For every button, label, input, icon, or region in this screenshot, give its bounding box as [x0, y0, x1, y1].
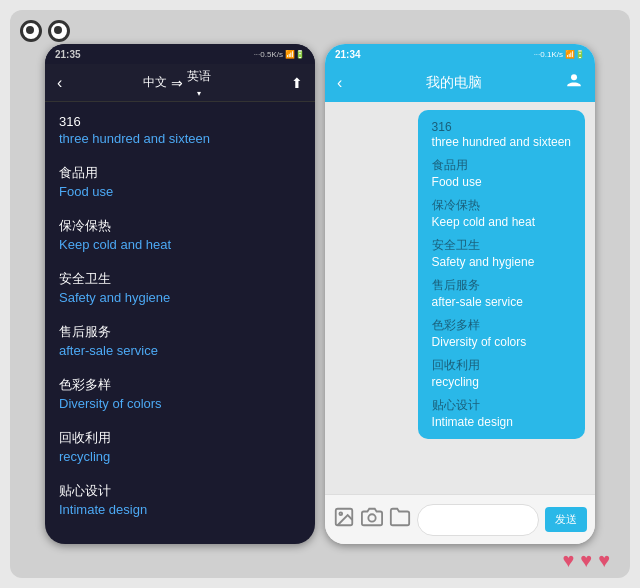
folder-icon[interactable]	[389, 506, 411, 533]
bubble-en: Safety and hygiene	[432, 255, 571, 269]
image-icon[interactable]	[333, 506, 355, 533]
left-entry: 保冷保热 Keep cold and heat	[59, 217, 301, 252]
bubble-en: three hundred and sixteen	[432, 135, 571, 149]
left-entry: 色彩多样 Diversity of colors	[59, 376, 301, 411]
entry-english: recycling	[59, 449, 301, 464]
left-back-button[interactable]: ‹	[57, 74, 62, 92]
left-entry: 食品用 Food use	[59, 164, 301, 199]
right-back-button[interactable]: ‹	[337, 74, 342, 92]
send-button[interactable]: 发送	[545, 507, 587, 532]
left-entry: 316 three hundred and sixteen	[59, 114, 301, 146]
heart-3: ♥	[598, 549, 610, 572]
bubble-cn: 食品用	[432, 157, 571, 174]
left-status-bar: 21:35 ···0.5K/s 📶🔋	[45, 44, 315, 64]
bubble-en: Diversity of colors	[432, 335, 571, 349]
outer-frame: 21:35 ···0.5K/s 📶🔋 ‹ 中文 ⇒ 英语 ▾ ⬆	[10, 10, 630, 578]
right-status-icons: ···0.1K/s 📶🔋	[534, 50, 585, 59]
decoration-eyes	[20, 20, 70, 42]
translate-arrow: ⇒	[171, 75, 183, 91]
left-entry: 安全卫生 Safety and hygiene	[59, 270, 301, 305]
right-time: 21:34	[335, 49, 361, 60]
target-lang: 英语	[187, 68, 211, 85]
message-input[interactable]	[417, 504, 539, 536]
bubble-entry: 售后服务 after-sale service	[432, 277, 571, 309]
entry-english: three hundred and sixteen	[59, 131, 301, 146]
camera-icon[interactable]	[361, 506, 383, 533]
right-speed: ···0.1K/s	[534, 50, 563, 59]
entry-english: Intimate design	[59, 502, 301, 517]
right-signal-icons: 📶🔋	[565, 50, 585, 59]
bubble-cn: 316	[432, 120, 571, 134]
right-bubble-entries: 316 three hundred and sixteen 食品用 Food u…	[432, 120, 571, 429]
entry-english: after-sale service	[59, 343, 301, 358]
left-nav-bar: ‹ 中文 ⇒ 英语 ▾ ⬆	[45, 64, 315, 102]
heart-1: ♥	[562, 549, 574, 572]
entry-chinese: 316	[59, 114, 301, 129]
bubble-en: recycling	[432, 375, 571, 389]
translate-direction: 中文 ⇒ 英语 ▾	[143, 68, 211, 98]
phones-row: 21:35 ···0.5K/s 📶🔋 ‹ 中文 ⇒ 英语 ▾ ⬆	[20, 20, 620, 568]
bubble-entry: 316 three hundred and sixteen	[432, 120, 571, 149]
bubble-cn: 售后服务	[432, 277, 571, 294]
source-lang: 中文	[143, 74, 167, 91]
bubble-cn: 贴心设计	[432, 397, 571, 414]
bubble-en: Intimate design	[432, 415, 571, 429]
svg-point-3	[368, 514, 375, 521]
bubble-en: after-sale service	[432, 295, 571, 309]
left-status-icons: ···0.5K/s 📶🔋	[254, 50, 305, 59]
right-phone: 21:34 ···0.1K/s 📶🔋 ‹ 我的电脑	[325, 44, 595, 544]
left-phone: 21:35 ···0.5K/s 📶🔋 ‹ 中文 ⇒ 英语 ▾ ⬆	[45, 44, 315, 544]
entry-chinese: 安全卫生	[59, 270, 301, 288]
bubble-entry: 安全卫生 Safety and hygiene	[432, 237, 571, 269]
bubble-en: Keep cold and heat	[432, 215, 571, 229]
entry-chinese: 色彩多样	[59, 376, 301, 394]
entry-chinese: 食品用	[59, 164, 301, 182]
entry-english: Safety and hygiene	[59, 290, 301, 305]
bubble-entry: 食品用 Food use	[432, 157, 571, 189]
export-icon[interactable]: ⬆	[291, 75, 303, 91]
left-speed: ···0.5K/s	[254, 50, 283, 59]
input-bar: 发送	[325, 494, 595, 544]
left-signal-icons: 📶🔋	[285, 50, 305, 59]
bubble-cn: 安全卫生	[432, 237, 571, 254]
right-nav-bar: ‹ 我的电脑	[325, 64, 595, 102]
bubble-entry: 回收利用 recycling	[432, 357, 571, 389]
eye-left	[20, 20, 42, 42]
svg-point-2	[339, 512, 342, 515]
bubble-entry: 保冷保热 Keep cold and heat	[432, 197, 571, 229]
bubble-entry: 色彩多样 Diversity of colors	[432, 317, 571, 349]
decoration-hearts: ♥ ♥ ♥	[562, 549, 610, 572]
bubble-cn: 保冷保热	[432, 197, 571, 214]
entry-english: Food use	[59, 184, 301, 199]
left-entry: 售后服务 after-sale service	[59, 323, 301, 358]
svg-point-0	[571, 74, 577, 80]
lang-dropdown-icon[interactable]: ▾	[197, 89, 201, 98]
chat-bubble: 316 three hundred and sixteen 食品用 Food u…	[418, 110, 585, 439]
entry-chinese: 贴心设计	[59, 482, 301, 500]
entry-chinese: 保冷保热	[59, 217, 301, 235]
bubble-en: Food use	[432, 175, 571, 189]
left-entry: 贴心设计 Intimate design	[59, 482, 301, 517]
left-entries-list: 316 three hundred and sixteen 食品用 Food u…	[59, 114, 301, 517]
person-icon	[565, 72, 583, 94]
left-entry: 回收利用 recycling	[59, 429, 301, 464]
left-time: 21:35	[55, 49, 81, 60]
entry-chinese: 售后服务	[59, 323, 301, 341]
right-status-bar: 21:34 ···0.1K/s 📶🔋	[325, 44, 595, 64]
chat-area[interactable]: 316 three hundred and sixteen 食品用 Food u…	[325, 102, 595, 494]
bubble-entry: 贴心设计 Intimate design	[432, 397, 571, 429]
right-nav-title: 我的电脑	[426, 74, 482, 92]
entry-english: Diversity of colors	[59, 396, 301, 411]
bubble-cn: 色彩多样	[432, 317, 571, 334]
entry-english: Keep cold and heat	[59, 237, 301, 252]
eye-right	[48, 20, 70, 42]
bubble-cn: 回收利用	[432, 357, 571, 374]
left-content-scroll[interactable]: 316 three hundred and sixteen 食品用 Food u…	[45, 102, 315, 544]
entry-chinese: 回收利用	[59, 429, 301, 447]
heart-2: ♥	[580, 549, 592, 572]
